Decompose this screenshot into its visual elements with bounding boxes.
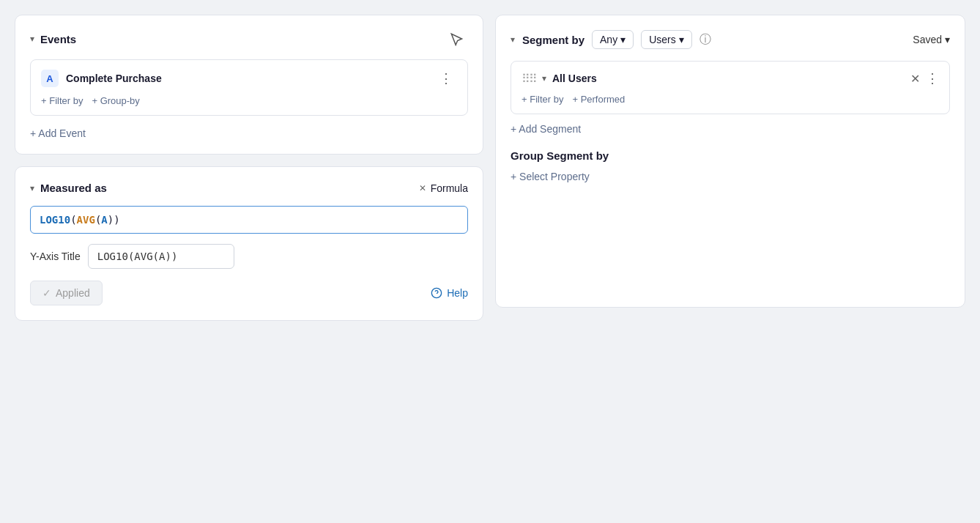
event-actions: + Filter by + Group-by xyxy=(41,95,457,106)
group-segment-title: Group Segment by xyxy=(511,149,950,162)
info-icon[interactable]: ⓘ xyxy=(699,32,711,48)
users-chevron-icon: ▾ xyxy=(679,34,684,45)
event-name: Complete Purchase xyxy=(66,73,162,84)
select-property-link[interactable]: + Select Property xyxy=(511,171,590,182)
formula-arg: A xyxy=(101,214,107,226)
segment-by-title: Segment by xyxy=(522,34,584,46)
segment-right: ✕ ⋮ xyxy=(910,70,939,86)
y-axis-label: Y-Axis Title xyxy=(30,251,81,262)
segment-card: ▾ Segment by Any ▾ Users ▾ ⓘ Saved ▾ ⠿⠿ … xyxy=(495,15,965,308)
events-cursor-button[interactable] xyxy=(445,30,468,48)
events-chevron-icon[interactable]: ▾ xyxy=(30,34,34,44)
segment-more-button[interactable]: ⋮ xyxy=(926,70,939,86)
events-header: ▾ Events xyxy=(30,30,468,48)
add-event-link[interactable]: + Add Event xyxy=(30,127,86,139)
users-label: Users xyxy=(649,34,676,45)
segment-actions: + Filter by + Performed xyxy=(521,94,939,105)
segment-row-header: ⠿⠿ ▾ All Users ✕ ⋮ xyxy=(521,70,939,86)
event-more-button[interactable]: ⋮ xyxy=(435,69,457,88)
segment-close-button[interactable]: ✕ xyxy=(910,72,920,86)
events-title: Events xyxy=(40,33,76,45)
check-icon: ✓ xyxy=(42,287,51,299)
measured-as-card: ▾ Measured as ✕ Formula LOG10(AVG(A)) Y-… xyxy=(15,166,483,321)
formula-log10: LOG10 xyxy=(40,214,70,226)
segment-chevron-icon[interactable]: ▾ xyxy=(511,34,515,45)
measured-title: Measured as xyxy=(40,182,107,194)
formula-text: LOG10(AVG(A)) xyxy=(40,214,120,226)
help-link[interactable]: Help xyxy=(431,287,468,299)
segment-filter-link[interactable]: + Filter by xyxy=(521,94,563,105)
measured-chevron-icon[interactable]: ▾ xyxy=(30,183,34,193)
y-axis-row: Y-Axis Title xyxy=(30,244,468,269)
formula-avg: AVG xyxy=(77,214,95,226)
any-label: Any xyxy=(600,34,617,45)
measured-header-left: ▾ Measured as xyxy=(30,182,107,194)
formula-label: Formula xyxy=(431,182,468,194)
segment-performed-link[interactable]: + Performed xyxy=(572,94,625,105)
applied-label: Applied xyxy=(56,287,90,299)
events-card: ▾ Events A Complete Purchase ⋮ + Filter … xyxy=(15,15,483,155)
users-dropdown[interactable]: Users ▾ xyxy=(641,30,692,49)
segment-header: ▾ Segment by Any ▾ Users ▾ ⓘ Saved ▾ xyxy=(511,30,950,49)
any-chevron-icon: ▾ xyxy=(620,34,626,45)
segment-left: ⠿⠿ ▾ All Users xyxy=(521,72,597,86)
left-column: ▾ Events A Complete Purchase ⋮ + Filter … xyxy=(15,15,483,321)
right-column: ▾ Segment by Any ▾ Users ▾ ⓘ Saved ▾ ⠿⠿ … xyxy=(495,15,965,308)
help-label: Help xyxy=(447,287,468,299)
event-row-complete-purchase: A Complete Purchase ⋮ + Filter by + Grou… xyxy=(30,59,468,116)
measured-footer: ✓ Applied Help xyxy=(30,281,468,305)
event-row-header: A Complete Purchase ⋮ xyxy=(41,69,457,88)
formula-x-icon[interactable]: ✕ xyxy=(419,183,426,193)
drag-handle-icon[interactable]: ⠿⠿ xyxy=(521,72,536,86)
formula-paren-open: ( xyxy=(70,214,76,226)
event-badge: A xyxy=(41,70,59,87)
group-segment-section: Group Segment by + Select Property xyxy=(511,149,950,182)
events-header-left: ▾ Events xyxy=(30,33,76,45)
any-dropdown[interactable]: Any ▾ xyxy=(592,30,634,49)
saved-chevron-icon: ▾ xyxy=(945,34,950,45)
segment-expand-icon[interactable]: ▾ xyxy=(542,73,546,84)
formula-input[interactable]: LOG10(AVG(A)) xyxy=(30,206,468,234)
segment-row-all-users: ⠿⠿ ▾ All Users ✕ ⋮ + Filter by + Perform… xyxy=(511,61,950,114)
event-filter-link[interactable]: + Filter by xyxy=(41,95,83,106)
segment-name: All Users xyxy=(552,73,597,84)
saved-button[interactable]: Saved ▾ xyxy=(913,34,950,45)
event-label-group: A Complete Purchase xyxy=(41,70,162,87)
formula-paren-close: )) xyxy=(108,214,120,226)
event-group-link[interactable]: + Group-by xyxy=(92,95,139,106)
y-axis-input[interactable] xyxy=(88,244,234,269)
applied-button: ✓ Applied xyxy=(30,281,103,305)
saved-label: Saved xyxy=(913,34,942,45)
formula-header: ✕ Formula xyxy=(419,182,468,194)
measured-header: ▾ Measured as ✕ Formula xyxy=(30,182,468,194)
add-segment-link[interactable]: + Add Segment xyxy=(511,123,581,135)
